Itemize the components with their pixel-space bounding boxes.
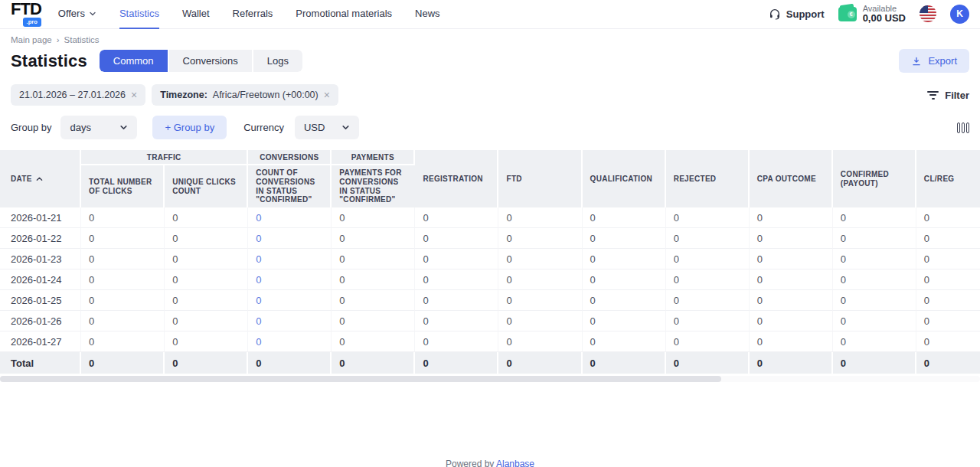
- breadcrumb-separator: ›: [57, 35, 60, 44]
- cell-value: 0: [248, 290, 332, 311]
- breadcrumb-main-page[interactable]: Main page: [11, 35, 52, 44]
- column-header-cl-reg[interactable]: CL/REG: [916, 150, 980, 207]
- cell-value: 0: [332, 311, 415, 331]
- cell-value: 0: [332, 228, 415, 249]
- total-value: 0: [666, 352, 750, 374]
- wallet-icon: €: [838, 7, 857, 21]
- cell-value: 0: [248, 207, 332, 228]
- column-header-cpa-outcome[interactable]: CPA OUTCOME: [750, 150, 833, 207]
- breadcrumb-statistics[interactable]: Statistics: [64, 35, 100, 44]
- table-total-row: Total00000000000: [0, 352, 980, 374]
- tab-conversions[interactable]: Conversions: [169, 50, 252, 72]
- view-tabs: CommonConversionsLogs: [100, 50, 302, 72]
- cell-value: 0: [248, 331, 332, 352]
- conversions-count-link[interactable]: 0: [256, 336, 261, 348]
- cell-value: 0: [750, 331, 833, 352]
- wallet-balance[interactable]: € Available 0,00 USD: [838, 4, 906, 25]
- brand-logo-text: FTD: [11, 2, 41, 17]
- group-header-conversions: CONVERSIONS: [248, 150, 332, 165]
- total-value: 0: [81, 352, 165, 374]
- cell-date: 2026-01-22: [0, 228, 81, 249]
- user-avatar[interactable]: K: [950, 5, 969, 24]
- nav-item-statistics[interactable]: Statistics: [119, 0, 159, 29]
- sort-asc-icon: [36, 176, 43, 181]
- cell-value: 0: [248, 228, 332, 249]
- cell-value: 0: [666, 228, 750, 249]
- main-nav: OffersStatisticsWalletReferralsPromotion…: [58, 0, 440, 29]
- column-header-confirmed-payout[interactable]: CONFIRMED (PAYOUT): [833, 150, 916, 207]
- nav-item-referrals[interactable]: Referrals: [233, 0, 273, 29]
- cell-value: 0: [583, 331, 666, 352]
- cell-value: 0: [332, 290, 415, 311]
- cell-value: 0: [750, 207, 833, 228]
- brand-logo[interactable]: FTD .pro: [11, 2, 41, 27]
- column-header-total-number-of-clicks[interactable]: TOTAL NUMBER OF CLICKS: [81, 165, 165, 207]
- timezone-value: Africa/Freetown (+00:00): [213, 90, 318, 100]
- column-header-count-of-conversions-in-status-confirmed[interactable]: COUNT OF CONVERSIONS IN STATUS "CONFIRME…: [248, 165, 332, 207]
- nav-item-news[interactable]: News: [415, 0, 440, 29]
- cell-value: 0: [833, 228, 916, 249]
- column-header-date[interactable]: DATE: [0, 150, 81, 207]
- table-row: 2026-01-2500000000000: [0, 290, 980, 311]
- cell-value: 0: [750, 249, 833, 269]
- columns-settings-icon[interactable]: [957, 122, 969, 133]
- horizontal-scrollbar-track[interactable]: [0, 376, 980, 382]
- nav-item-promotional-materials[interactable]: Promotional materials: [296, 0, 392, 29]
- language-flag-us[interactable]: [920, 5, 936, 22]
- group-by-select[interactable]: days: [60, 116, 137, 139]
- cell-value: 0: [332, 249, 415, 269]
- column-header-rejected[interactable]: REJECTED: [666, 150, 750, 207]
- cell-value: 0: [415, 290, 498, 311]
- currency-select[interactable]: USD: [295, 116, 359, 139]
- export-label: Export: [928, 55, 957, 67]
- column-header-payments-for-conversions-in-status-confi[interactable]: PAYMENTS FOR CONVERSIONS IN STATUS "CONF…: [332, 165, 415, 207]
- close-icon[interactable]: ×: [324, 91, 330, 99]
- close-icon[interactable]: ×: [131, 91, 137, 99]
- headset-icon: [769, 8, 781, 20]
- export-button[interactable]: Export: [899, 49, 969, 73]
- brand-logo-badge: .pro: [23, 18, 41, 27]
- cell-value: 0: [248, 311, 332, 331]
- cell-value: 0: [916, 269, 980, 290]
- conversions-count-link[interactable]: 0: [256, 233, 261, 244]
- nav-item-label: Referrals: [233, 8, 273, 19]
- cell-value: 0: [916, 290, 980, 311]
- tab-common[interactable]: Common: [100, 50, 168, 72]
- top-bar: FTD .pro OffersStatisticsWalletReferrals…: [0, 0, 980, 29]
- chevron-down-icon: [341, 123, 350, 132]
- filter-button[interactable]: Filter: [927, 90, 969, 101]
- filter-chips-row: 21.01.2026 – 27.01.2026 × Timezone: Afri…: [0, 73, 980, 106]
- horizontal-scrollbar-thumb[interactable]: [0, 376, 721, 382]
- cell-value: 0: [833, 207, 916, 228]
- conversions-count-link[interactable]: 0: [256, 295, 261, 306]
- cell-date: 2026-01-24: [0, 269, 81, 290]
- timezone-chip[interactable]: Timezone: Africa/Freetown (+00:00) ×: [152, 84, 338, 106]
- conversions-count-link[interactable]: 0: [256, 212, 261, 224]
- cell-value: 0: [81, 207, 165, 228]
- alanbase-link[interactable]: Alanbase: [496, 459, 534, 467]
- support-label: Support: [786, 8, 825, 20]
- nav-item-offers[interactable]: Offers: [58, 0, 96, 29]
- table-row: 2026-01-2400000000000: [0, 269, 980, 290]
- date-range-chip[interactable]: 21.01.2026 – 27.01.2026 ×: [11, 84, 145, 106]
- column-header-ftd[interactable]: FTD: [498, 150, 582, 207]
- conversions-count-link[interactable]: 0: [256, 315, 261, 327]
- column-header-qualification[interactable]: QUALIFICATION: [583, 150, 666, 207]
- nav-item-wallet[interactable]: Wallet: [182, 0, 210, 29]
- cell-value: 0: [666, 269, 750, 290]
- column-header-unique-clicks-count[interactable]: UNIQUE CLICKS COUNT: [165, 165, 248, 207]
- filter-icon: [927, 91, 939, 100]
- add-group-by-button[interactable]: + Group by: [152, 116, 227, 139]
- total-value: 0: [248, 352, 332, 374]
- cell-value: 0: [415, 228, 498, 249]
- conversions-count-link[interactable]: 0: [256, 253, 261, 265]
- conversions-count-link[interactable]: 0: [256, 274, 261, 286]
- cell-value: 0: [332, 269, 415, 290]
- column-header-registration[interactable]: REGISTRATION: [415, 150, 498, 207]
- cell-value: 0: [583, 228, 666, 249]
- support-button[interactable]: Support: [769, 8, 825, 20]
- date-header-label: DATE: [11, 175, 32, 184]
- tab-logs[interactable]: Logs: [253, 50, 302, 72]
- topbar-right: Support € Available 0,00 USD K: [769, 4, 969, 25]
- cell-value: 0: [583, 207, 666, 228]
